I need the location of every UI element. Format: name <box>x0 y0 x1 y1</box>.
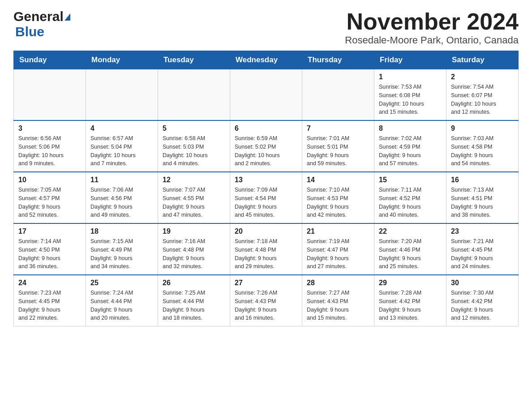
day-number: 22 <box>379 227 442 235</box>
table-row: 20Sunrise: 7:18 AMSunset: 4:48 PMDayligh… <box>230 223 302 275</box>
day-info: Sunrise: 7:16 AMSunset: 4:48 PMDaylight:… <box>163 237 225 271</box>
logo: General Blue <box>13 9 70 39</box>
day-info: Sunrise: 7:21 AMSunset: 4:45 PMDaylight:… <box>451 237 514 271</box>
table-row: 11Sunrise: 7:06 AMSunset: 4:56 PMDayligh… <box>86 172 158 223</box>
day-number: 1 <box>379 73 442 81</box>
col-saturday: Saturday <box>446 51 519 69</box>
table-row: 22Sunrise: 7:20 AMSunset: 4:46 PMDayligh… <box>374 223 446 275</box>
table-row: 10Sunrise: 7:05 AMSunset: 4:57 PMDayligh… <box>14 172 86 223</box>
table-row: 15Sunrise: 7:11 AMSunset: 4:52 PMDayligh… <box>374 172 446 223</box>
table-row: 8Sunrise: 7:02 AMSunset: 4:59 PMDaylight… <box>374 120 446 172</box>
day-info: Sunrise: 7:19 AMSunset: 4:47 PMDaylight:… <box>307 237 369 271</box>
day-number: 3 <box>18 124 81 133</box>
day-info: Sunrise: 7:28 AMSunset: 4:42 PMDaylight:… <box>379 289 442 322</box>
table-row: 24Sunrise: 7:23 AMSunset: 4:45 PMDayligh… <box>14 275 86 326</box>
logo-triangle-icon <box>64 13 70 21</box>
day-number: 27 <box>235 279 297 287</box>
table-row: 9Sunrise: 7:03 AMSunset: 4:58 PMDaylight… <box>446 120 519 172</box>
day-info: Sunrise: 7:07 AMSunset: 4:55 PMDaylight:… <box>163 186 225 219</box>
table-row <box>86 69 158 121</box>
table-row: 12Sunrise: 7:07 AMSunset: 4:55 PMDayligh… <box>158 172 230 223</box>
table-row: 26Sunrise: 7:25 AMSunset: 4:44 PMDayligh… <box>158 275 230 326</box>
logo-general-text: General <box>13 9 64 24</box>
calendar-week-row: 3Sunrise: 6:56 AMSunset: 5:06 PMDaylight… <box>14 120 519 172</box>
calendar-week-row: 24Sunrise: 7:23 AMSunset: 4:45 PMDayligh… <box>14 275 519 326</box>
table-row: 23Sunrise: 7:21 AMSunset: 4:45 PMDayligh… <box>446 223 519 275</box>
day-number: 5 <box>163 124 225 133</box>
day-number: 23 <box>451 227 514 235</box>
table-row: 28Sunrise: 7:27 AMSunset: 4:43 PMDayligh… <box>302 275 374 326</box>
day-info: Sunrise: 7:05 AMSunset: 4:57 PMDaylight:… <box>18 186 81 219</box>
day-number: 9 <box>451 124 514 133</box>
calendar-subtitle: Rosedale-Moore Park, Ontario, Canada <box>345 34 519 46</box>
day-number: 13 <box>235 176 297 184</box>
table-row: 21Sunrise: 7:19 AMSunset: 4:47 PMDayligh… <box>302 223 374 275</box>
page-header: General Blue November 2024 Rosedale-Moor… <box>13 9 519 46</box>
table-row: 19Sunrise: 7:16 AMSunset: 4:48 PMDayligh… <box>158 223 230 275</box>
day-number: 16 <box>451 176 514 184</box>
table-row: 16Sunrise: 7:13 AMSunset: 4:51 PMDayligh… <box>446 172 519 223</box>
day-info: Sunrise: 6:58 AMSunset: 5:03 PMDaylight:… <box>163 134 225 168</box>
day-number: 21 <box>307 227 369 235</box>
day-info: Sunrise: 7:13 AMSunset: 4:51 PMDaylight:… <box>451 186 514 219</box>
calendar-header-row: Sunday Monday Tuesday Wednesday Thursday… <box>14 51 519 69</box>
day-info: Sunrise: 7:23 AMSunset: 4:45 PMDaylight:… <box>18 289 81 322</box>
table-row: 29Sunrise: 7:28 AMSunset: 4:42 PMDayligh… <box>374 275 446 326</box>
table-row: 27Sunrise: 7:26 AMSunset: 4:43 PMDayligh… <box>230 275 302 326</box>
day-number: 18 <box>90 227 153 235</box>
day-number: 19 <box>163 227 225 235</box>
day-info: Sunrise: 7:03 AMSunset: 4:58 PMDaylight:… <box>451 134 514 168</box>
logo-blue-text: Blue <box>15 24 44 39</box>
table-row: 4Sunrise: 6:57 AMSunset: 5:04 PMDaylight… <box>86 120 158 172</box>
table-row: 30Sunrise: 7:30 AMSunset: 4:42 PMDayligh… <box>446 275 519 326</box>
table-row: 2Sunrise: 7:54 AMSunset: 6:07 PMDaylight… <box>446 69 519 121</box>
day-number: 17 <box>18 227 81 235</box>
day-info: Sunrise: 7:30 AMSunset: 4:42 PMDaylight:… <box>451 289 514 322</box>
day-number: 11 <box>90 176 153 184</box>
col-tuesday: Tuesday <box>158 51 230 69</box>
calendar-week-row: 10Sunrise: 7:05 AMSunset: 4:57 PMDayligh… <box>14 172 519 223</box>
day-number: 4 <box>90 124 153 133</box>
table-row: 6Sunrise: 6:59 AMSunset: 5:02 PMDaylight… <box>230 120 302 172</box>
day-info: Sunrise: 7:26 AMSunset: 4:43 PMDaylight:… <box>235 289 297 322</box>
table-row: 18Sunrise: 7:15 AMSunset: 4:49 PMDayligh… <box>86 223 158 275</box>
day-info: Sunrise: 7:10 AMSunset: 4:53 PMDaylight:… <box>307 186 369 219</box>
day-number: 12 <box>163 176 225 184</box>
day-number: 10 <box>18 176 81 184</box>
day-info: Sunrise: 7:11 AMSunset: 4:52 PMDaylight:… <box>379 186 442 219</box>
day-info: Sunrise: 6:56 AMSunset: 5:06 PMDaylight:… <box>18 134 81 168</box>
day-info: Sunrise: 7:14 AMSunset: 4:50 PMDaylight:… <box>18 237 81 271</box>
table-row: 3Sunrise: 6:56 AMSunset: 5:06 PMDaylight… <box>14 120 86 172</box>
day-number: 26 <box>163 279 225 287</box>
day-number: 6 <box>235 124 297 133</box>
day-number: 14 <box>307 176 369 184</box>
table-row: 7Sunrise: 7:01 AMSunset: 5:01 PMDaylight… <box>302 120 374 172</box>
table-row: 25Sunrise: 7:24 AMSunset: 4:44 PMDayligh… <box>86 275 158 326</box>
day-number: 30 <box>451 279 514 287</box>
day-info: Sunrise: 6:59 AMSunset: 5:02 PMDaylight:… <box>235 134 297 168</box>
table-row <box>302 69 374 121</box>
table-row <box>158 69 230 121</box>
day-number: 25 <box>90 279 153 287</box>
calendar-week-row: 17Sunrise: 7:14 AMSunset: 4:50 PMDayligh… <box>14 223 519 275</box>
day-info: Sunrise: 7:27 AMSunset: 4:43 PMDaylight:… <box>307 289 369 322</box>
day-number: 20 <box>235 227 297 235</box>
day-info: Sunrise: 7:54 AMSunset: 6:07 PMDaylight:… <box>451 83 514 116</box>
col-monday: Monday <box>86 51 158 69</box>
day-info: Sunrise: 7:25 AMSunset: 4:44 PMDaylight:… <box>163 289 225 322</box>
day-number: 8 <box>379 124 442 133</box>
day-info: Sunrise: 7:53 AMSunset: 6:08 PMDaylight:… <box>379 83 442 116</box>
day-info: Sunrise: 6:57 AMSunset: 5:04 PMDaylight:… <box>90 134 153 168</box>
table-row <box>230 69 302 121</box>
day-info: Sunrise: 7:18 AMSunset: 4:48 PMDaylight:… <box>235 237 297 271</box>
day-info: Sunrise: 7:24 AMSunset: 4:44 PMDaylight:… <box>90 289 153 322</box>
calendar-title: November 2024 <box>345 9 519 34</box>
col-sunday: Sunday <box>14 51 86 69</box>
day-number: 2 <box>451 73 514 81</box>
day-number: 24 <box>18 279 81 287</box>
day-info: Sunrise: 7:20 AMSunset: 4:46 PMDaylight:… <box>379 237 442 271</box>
table-row: 14Sunrise: 7:10 AMSunset: 4:53 PMDayligh… <box>302 172 374 223</box>
calendar-table: Sunday Monday Tuesday Wednesday Thursday… <box>13 51 519 326</box>
table-row: 1Sunrise: 7:53 AMSunset: 6:08 PMDaylight… <box>374 69 446 121</box>
day-info: Sunrise: 7:09 AMSunset: 4:54 PMDaylight:… <box>235 186 297 219</box>
